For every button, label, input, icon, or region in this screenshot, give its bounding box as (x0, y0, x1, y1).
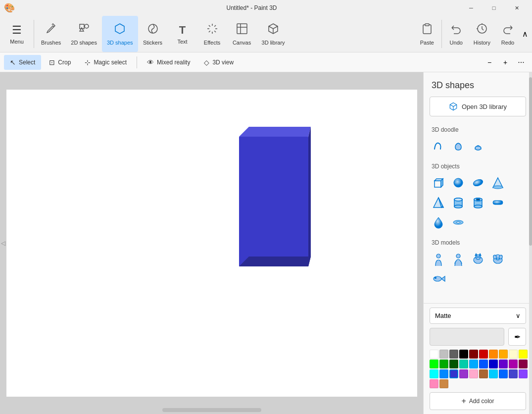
color-swatch[interactable] (499, 360, 508, 368)
cylinder-shape[interactable] (449, 194, 467, 211)
doodle-shape-2[interactable] (449, 137, 467, 155)
3d-objects-label: 3D objects (424, 159, 532, 172)
color-swatch[interactable] (509, 350, 518, 359)
open-3d-library-button[interactable]: Open 3D library (430, 97, 526, 116)
disc-shape[interactable] (449, 213, 467, 231)
more-button[interactable]: ··· (514, 55, 528, 69)
select-button[interactable]: ↖ Select (4, 55, 41, 70)
color-swatch[interactable] (519, 350, 528, 359)
horizontal-scrollbar[interactable] (162, 408, 261, 412)
zoom-minus-button[interactable]: − (483, 55, 496, 69)
person2-model[interactable] (449, 250, 467, 268)
crop-button[interactable]: ⊡ Crop (43, 55, 77, 70)
color-swatch[interactable] (439, 360, 448, 368)
zoom-plus-button[interactable]: + (498, 55, 512, 69)
close-button[interactable]: ✕ (505, 0, 528, 16)
color-swatch[interactable] (430, 369, 438, 378)
brushes-button[interactable]: Brushes (36, 16, 66, 52)
cone-shape[interactable] (489, 174, 507, 192)
color-swatch[interactable] (479, 360, 488, 368)
svg-marker-9 (239, 257, 311, 266)
person1-model[interactable] (430, 250, 447, 268)
svg-point-40 (479, 257, 480, 258)
sphere-shape[interactable] (449, 174, 467, 192)
color-swatch[interactable] (459, 350, 468, 359)
3d-shapes-button[interactable]: 3D shapes (102, 16, 138, 52)
material-label: Matte (435, 312, 451, 319)
canvas-button[interactable]: Canvas (227, 16, 257, 52)
cube-shape[interactable] (430, 174, 447, 192)
color-swatch[interactable] (449, 360, 458, 368)
paste-button[interactable]: Paste (415, 16, 439, 52)
color-swatch[interactable] (469, 350, 478, 359)
minimize-button[interactable]: ─ (460, 0, 483, 16)
dog-model[interactable] (489, 250, 507, 268)
cat-model[interactable] (469, 250, 487, 268)
color-swatch[interactable] (430, 379, 438, 388)
color-swatch[interactable] (449, 350, 458, 359)
undo-button[interactable]: Undo (444, 16, 469, 52)
doodle-shape-1[interactable] (430, 137, 447, 155)
svg-marker-47 (441, 276, 445, 281)
toolbar-chevron[interactable]: ∧ (520, 16, 530, 52)
color-swatch[interactable] (509, 369, 518, 378)
add-icon: + (461, 397, 466, 406)
mixed-reality-button[interactable]: 👁 Mixed reality (141, 55, 196, 70)
panel-scrollbar-thumb[interactable] (529, 77, 532, 246)
window-controls: ─ □ ✕ (460, 0, 528, 16)
text-button[interactable]: T Text (168, 16, 197, 52)
effects-button[interactable]: Effects (197, 16, 227, 52)
oval-shape[interactable] (469, 174, 487, 192)
color-preview-box[interactable] (430, 328, 504, 346)
drop-shape[interactable] (430, 213, 447, 231)
color-swatch[interactable] (430, 350, 438, 359)
svg-point-27 (474, 205, 482, 208)
color-swatch[interactable] (459, 369, 468, 378)
svg-point-16 (473, 178, 484, 187)
color-swatch[interactable] (479, 369, 488, 378)
color-swatch[interactable] (469, 369, 478, 378)
color-swatch[interactable] (489, 350, 498, 359)
canvas-background[interactable] (6, 90, 417, 397)
magic-select-button[interactable]: ⊹ Magic select (79, 55, 133, 70)
fish-model[interactable] (430, 270, 447, 288)
svg-marker-38 (479, 254, 481, 256)
pyramid-shape[interactable] (430, 194, 447, 211)
color-swatch[interactable] (489, 360, 498, 368)
color-swatch[interactable] (439, 369, 448, 378)
2d-shapes-button[interactable]: 2D shapes (66, 16, 102, 52)
tube-shape[interactable] (469, 194, 487, 211)
pill-shape[interactable] (489, 194, 507, 211)
color-swatch[interactable] (430, 360, 438, 368)
color-swatch[interactable] (449, 369, 458, 378)
color-swatch[interactable] (519, 360, 528, 368)
add-color-button[interactable]: + Add color (430, 392, 526, 410)
color-swatch[interactable] (499, 350, 508, 359)
panel-scrollbar[interactable] (529, 72, 532, 414)
history-button[interactable]: History (469, 16, 495, 52)
color-swatch[interactable] (489, 369, 498, 378)
stickers-button[interactable]: Stickers (138, 16, 168, 52)
3d-view-button[interactable]: ◇ 3D view (198, 55, 240, 70)
eyedropper-button[interactable]: ✒ (508, 328, 526, 346)
color-swatch[interactable] (469, 360, 478, 368)
effects-label: Effects (204, 40, 220, 46)
maximize-button[interactable]: □ (483, 0, 505, 16)
color-swatch[interactable] (459, 360, 468, 368)
color-swatch[interactable] (439, 350, 448, 359)
svg-point-18 (493, 186, 503, 189)
3d-library-button[interactable]: 3D library (257, 16, 290, 52)
color-swatch[interactable] (519, 369, 528, 378)
color-swatch[interactable] (499, 369, 508, 378)
doodle-shape-3[interactable] (469, 137, 487, 155)
3d-library-icon (267, 23, 279, 38)
select-label: Select (19, 59, 35, 66)
color-swatch[interactable] (439, 379, 448, 388)
menu-button[interactable]: ☰ Menu (2, 16, 32, 52)
menu-label: Menu (10, 39, 24, 45)
canvas-area[interactable]: ◁ (0, 72, 423, 414)
material-dropdown[interactable]: Matte ∨ (430, 308, 526, 324)
color-swatch[interactable] (509, 360, 518, 368)
color-swatch[interactable] (479, 350, 488, 359)
redo-button[interactable]: Redo (495, 16, 520, 52)
